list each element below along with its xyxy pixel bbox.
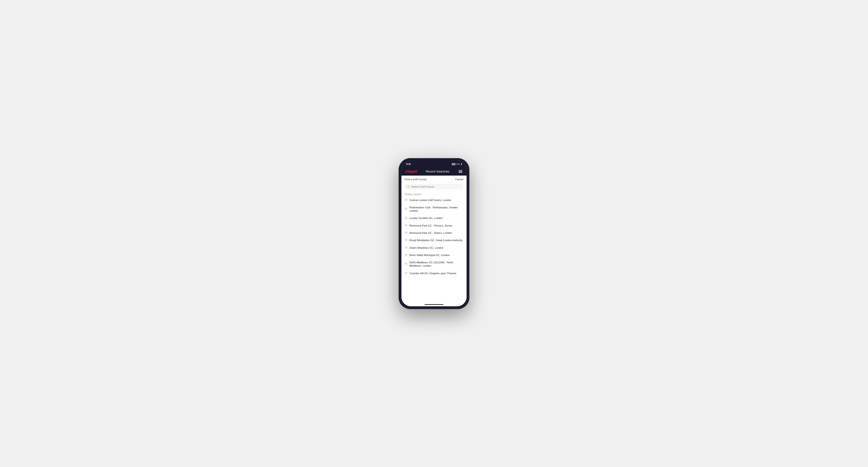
content-area: Find a Golf Course Cancel Nearby courses <box>401 176 467 303</box>
nav-title: Recent Searches <box>426 170 450 173</box>
cancel-button[interactable]: Cancel <box>455 178 463 181</box>
pin-icon <box>405 272 408 275</box>
search-input[interactable] <box>411 185 461 188</box>
battery-icon: ▮ <box>461 163 462 165</box>
home-bar <box>425 304 443 305</box>
svg-point-6 <box>406 232 407 233</box>
course-list-item[interactable]: Richmond Park GC - Duke's, London <box>401 229 467 237</box>
course-list: Central London Golf Centre, London Roeha… <box>401 196 467 277</box>
menu-icon[interactable] <box>458 170 463 173</box>
pin-icon <box>405 199 408 201</box>
svg-point-7 <box>406 240 407 241</box>
course-name: Brent Valley Municipal GC, London <box>409 253 450 257</box>
status-time: 9:41 <box>406 163 411 165</box>
pin-icon <box>405 254 408 256</box>
course-list-item[interactable]: Roehampton Club - Roehampton, Greater Lo… <box>401 204 467 215</box>
svg-point-11 <box>406 273 407 273</box>
search-input-wrapper[interactable] <box>405 184 463 189</box>
find-label: Find a Golf Course <box>405 178 427 181</box>
course-list-item[interactable]: Brent Valley Municipal GC, London <box>401 252 467 259</box>
svg-point-9 <box>406 255 407 255</box>
course-list-item[interactable]: Coombe Hill GC, Kingston upon Thames <box>401 270 467 277</box>
pin-icon <box>405 208 408 211</box>
nearby-header: Nearby courses <box>401 191 467 196</box>
home-indicator <box>401 303 467 306</box>
course-name: Richmond Park GC - Prince's, Surrey <box>409 224 453 227</box>
status-icons: ▐▐▐ WiFi ▮ <box>451 163 462 165</box>
phone-screen: 9:41 ▐▐▐ WiFi ▮ clippd Recent Searches F… <box>401 161 467 306</box>
svg-point-3 <box>406 209 407 209</box>
search-bar <box>401 182 467 191</box>
pin-icon <box>405 224 408 227</box>
nearby-courses-section: Nearby courses Central London Golf Centr… <box>401 191 467 303</box>
course-name: Roehampton Club - Roehampton, Greater Lo… <box>409 206 463 213</box>
app-logo: clippd <box>405 169 417 174</box>
pin-icon <box>405 217 408 220</box>
course-name: London Scottish GC, London <box>409 216 443 220</box>
course-name: North Middlesex GC (1011942 - North Midd… <box>409 261 463 268</box>
svg-point-10 <box>406 263 407 264</box>
svg-line-1 <box>409 187 409 188</box>
course-name: Dukes Meadows GC, London <box>409 246 443 249</box>
course-list-item[interactable]: Royal Wimbledon GC, Great London Authori… <box>401 237 467 244</box>
status-bar: 9:41 ▐▐▐ WiFi ▮ <box>401 161 467 167</box>
course-name: Royal Wimbledon GC, Great London Authori… <box>409 239 463 242</box>
svg-point-2 <box>406 199 407 200</box>
course-name: Coombe Hill GC, Kingston upon Thames <box>409 272 457 275</box>
pin-icon <box>405 246 408 249</box>
pin-icon <box>405 239 408 242</box>
svg-point-4 <box>406 218 407 218</box>
nav-bar: clippd Recent Searches <box>401 167 467 176</box>
course-list-item[interactable]: North Middlesex GC (1011942 - North Midd… <box>401 259 467 270</box>
wifi-icon: WiFi <box>456 163 460 165</box>
course-list-item[interactable]: London Scottish GC, London <box>401 215 467 222</box>
course-list-item[interactable]: Dukes Meadows GC, London <box>401 244 467 252</box>
course-name: Richmond Park GC - Duke's, London <box>409 231 452 235</box>
pin-icon <box>405 262 408 266</box>
signal-icon: ▐▐▐ <box>451 163 455 165</box>
course-list-item[interactable]: Richmond Park GC - Prince's, Surrey <box>401 222 467 229</box>
course-list-item[interactable]: Central London Golf Centre, London <box>401 196 467 204</box>
course-name: Central London Golf Centre, London <box>409 198 451 202</box>
svg-point-5 <box>406 225 407 226</box>
phone-device: 9:41 ▐▐▐ WiFi ▮ clippd Recent Searches F… <box>399 158 469 309</box>
svg-point-8 <box>406 247 407 248</box>
find-header: Find a Golf Course Cancel <box>401 176 467 182</box>
search-icon <box>407 185 410 188</box>
pin-icon <box>405 231 408 234</box>
